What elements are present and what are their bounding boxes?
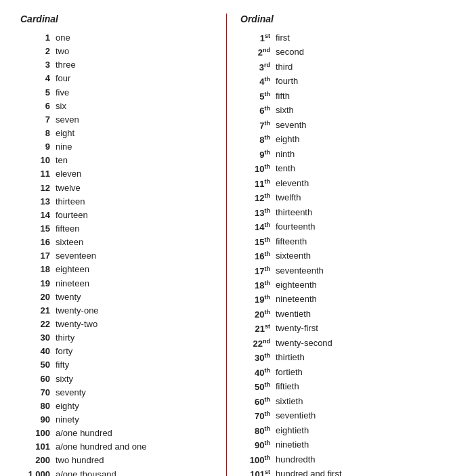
ordinal-superscript: th	[264, 76, 270, 83]
list-item: 10thtenth	[240, 162, 433, 176]
ordinal-superscript: th	[264, 149, 270, 156]
ordinal-superscript: th	[264, 280, 270, 286]
list-item: 8theighth	[240, 133, 433, 147]
ordinal-number: 19th	[240, 293, 276, 307]
ordinal-superscript: th	[264, 309, 270, 316]
cardinal-word: a/one thousand	[56, 468, 213, 477]
cardinal-number: 11	[20, 167, 56, 181]
ordinal-word: thirteenth	[276, 206, 433, 220]
ordinal-superscript: th	[264, 221, 270, 228]
list-item: 2ndsecond	[240, 45, 433, 60]
list-item: 9nine	[20, 140, 213, 154]
cardinal-word: thirty	[56, 331, 213, 345]
cardinal-number: 40	[20, 345, 56, 358]
list-item: 4four	[20, 72, 213, 85]
ordinal-superscript: th	[264, 425, 270, 432]
ordinal-superscript: th	[264, 163, 270, 170]
cardinal-word: nine	[56, 140, 213, 154]
cardinal-word: twenty-one	[56, 304, 213, 318]
ordinal-word: fifteenth	[276, 235, 433, 249]
list-item: 60thsixtieth	[240, 395, 433, 409]
cardinal-word: eight	[56, 127, 213, 140]
cardinal-number: 18	[20, 263, 56, 276]
cardinal-number: 4	[20, 72, 56, 85]
ordinal-word: first	[276, 31, 433, 45]
cardinal-column: Cardinal 1one2two3three4four5five6six7se…	[14, 14, 227, 476]
ordinal-superscript: nd	[263, 338, 270, 345]
ordinal-word: seventieth	[276, 409, 433, 423]
cardinal-number: 6	[20, 100, 56, 113]
list-item: 30thirty	[20, 331, 213, 345]
ordinal-number: 7th	[240, 118, 276, 133]
ordinal-number: 80th	[240, 424, 276, 438]
ordinal-number: 12th	[240, 191, 276, 205]
list-item: 101sthundred and first	[240, 467, 433, 476]
ordinal-superscript: nd	[263, 47, 270, 53]
cardinal-number: 90	[20, 413, 56, 427]
cardinal-word: ninety	[56, 413, 213, 427]
ordinal-number: 21st	[240, 322, 276, 336]
list-item: 40thfortieth	[240, 366, 433, 380]
ordinal-word: eighth	[276, 133, 433, 147]
list-item: 11theleventh	[240, 177, 433, 191]
cardinal-word: forty	[56, 345, 213, 358]
cardinal-number: 1.000	[20, 468, 56, 477]
ordinal-superscript: th	[264, 454, 270, 461]
list-item: 50fifty	[20, 358, 213, 372]
ordinal-number: 10th	[240, 162, 276, 176]
cardinal-number: 5	[20, 86, 56, 100]
main-container: Cardinal 1one2two3three4four5five6six7se…	[0, 0, 453, 476]
cardinal-number: 60	[20, 372, 56, 386]
cardinal-number: 12	[20, 181, 56, 195]
list-item: 20twenty	[20, 290, 213, 304]
list-item: 19thnineteenth	[240, 293, 433, 307]
list-item: 1.000a/one thousand	[20, 468, 213, 477]
ordinal-superscript: rd	[264, 62, 270, 68]
cardinal-number: 101	[20, 440, 56, 454]
cardinal-number: 80	[20, 399, 56, 413]
ordinal-rows: 1stfirst2ndsecond3rdthird4thfourth5thfif…	[240, 31, 433, 476]
list-item: 3rdthird	[240, 60, 433, 74]
cardinal-word: twelve	[56, 181, 213, 195]
list-item: 21twenty-one	[20, 304, 213, 318]
ordinal-column: Ordinal 1stfirst2ndsecond3rdthird4thfour…	[227, 14, 439, 476]
cardinal-word: nineteen	[56, 277, 213, 290]
list-item: 16sixteen	[20, 236, 213, 249]
cardinal-number: 70	[20, 386, 56, 399]
ordinal-number: 70th	[240, 409, 276, 423]
ordinal-word: second	[276, 45, 433, 60]
ordinal-number: 13th	[240, 206, 276, 220]
cardinal-number: 1	[20, 31, 56, 45]
cardinal-number: 14	[20, 209, 56, 222]
cardinal-number: 10	[20, 154, 56, 167]
list-item: 15thfifteenth	[240, 235, 433, 249]
cardinal-word: sixteen	[56, 236, 213, 249]
ordinal-word: sixth	[276, 104, 433, 118]
list-item: 200two hundred	[20, 454, 213, 467]
ordinal-word: eightieth	[276, 424, 433, 438]
cardinal-word: two hundred	[56, 454, 213, 467]
ordinal-number: 4th	[240, 74, 276, 89]
ordinal-word: hundred and first	[276, 467, 433, 476]
list-item: 80theightieth	[240, 424, 433, 438]
ordinal-superscript: st	[265, 33, 270, 39]
ordinal-word: fourth	[276, 74, 433, 89]
ordinal-word: eighteenth	[276, 278, 433, 293]
ordinal-superscript: th	[264, 294, 270, 301]
ordinal-word: fifth	[276, 89, 433, 104]
cardinal-number: 50	[20, 358, 56, 372]
ordinal-superscript: th	[264, 236, 270, 243]
cardinal-word: two	[56, 45, 213, 58]
ordinal-number: 3rd	[240, 60, 276, 74]
list-item: 22ndtwenty-second	[240, 337, 433, 351]
ordinal-number: 18th	[240, 278, 276, 293]
cardinal-word: eighteen	[56, 263, 213, 276]
list-item: 18theighteenth	[240, 278, 433, 293]
cardinal-word: four	[56, 72, 213, 85]
list-item: 18eighteen	[20, 263, 213, 276]
cardinal-word: a/one hundred and one	[56, 440, 213, 454]
list-item: 60sixty	[20, 372, 213, 386]
list-item: 90thninetieth	[240, 438, 433, 452]
cardinal-word: twenty	[56, 290, 213, 304]
list-item: 16thsixteenth	[240, 249, 433, 263]
